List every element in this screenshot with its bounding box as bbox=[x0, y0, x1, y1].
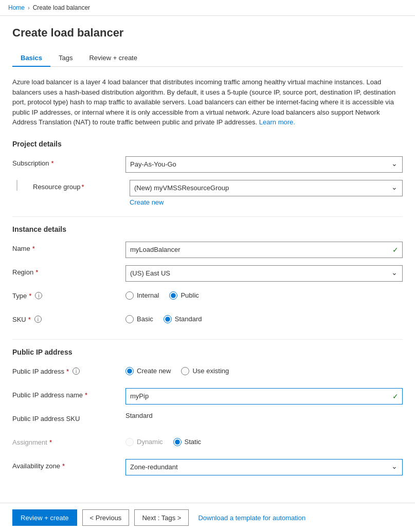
type-label: Type * i bbox=[12, 289, 125, 300]
type-control: Internal Public bbox=[125, 289, 403, 300]
subscription-dropdown[interactable]: Pay-As-You-Go bbox=[125, 156, 403, 173]
project-details-section: Project details Subscription Pay-As-You-… bbox=[12, 140, 403, 206]
sku-standard-radio[interactable] bbox=[164, 315, 172, 323]
public-ip-name-row: Public IP address name * ✓ bbox=[12, 388, 403, 405]
name-input[interactable] bbox=[125, 242, 403, 258]
region-row: Region * (US) East US bbox=[12, 265, 403, 282]
sku-info-icon[interactable]: i bbox=[34, 316, 42, 323]
type-public-label: Public bbox=[181, 291, 199, 299]
tabs-bar: Basics Tags Review + create bbox=[12, 50, 403, 67]
name-control: ✓ bbox=[125, 242, 403, 258]
public-ip-sku-value: Standard bbox=[125, 409, 153, 419]
public-ip-create-new-option[interactable]: Create new bbox=[125, 367, 171, 375]
resource-group-control: (New) myVMSSResourceGroup Create new bbox=[130, 180, 403, 206]
tab-review-create[interactable]: Review + create bbox=[81, 50, 146, 67]
tab-tags[interactable]: Tags bbox=[50, 50, 81, 67]
public-ip-name-control: ✓ bbox=[125, 388, 403, 405]
public-ip-sku-control: Standard bbox=[125, 412, 403, 419]
subscription-control: Pay-As-You-Go bbox=[125, 156, 403, 173]
availability-zone-control: Zone-redundant bbox=[125, 459, 403, 475]
instance-details-title: Instance details bbox=[12, 225, 403, 233]
name-label: Name * bbox=[12, 242, 125, 252]
public-ip-create-new-label: Create new bbox=[137, 367, 171, 375]
region-dropdown[interactable]: (US) East US bbox=[125, 265, 403, 282]
name-check-icon: ✓ bbox=[392, 246, 399, 254]
public-ip-info-icon[interactable]: i bbox=[73, 368, 80, 375]
project-details-title: Project details bbox=[12, 140, 403, 148]
availability-zone-label: Availability zone * bbox=[12, 459, 125, 470]
region-dropdown-wrapper: (US) East US bbox=[125, 265, 403, 282]
instance-details-section: Instance details Name * ✓ Region * bbox=[12, 225, 403, 329]
public-ip-address-row: Public IP address * i Create new Use exi… bbox=[12, 364, 403, 381]
sku-standard-option[interactable]: Standard bbox=[164, 315, 202, 323]
type-internal-option[interactable]: Internal bbox=[125, 291, 159, 300]
resource-group-dropdown[interactable]: (New) myVMSSResourceGroup bbox=[130, 180, 403, 196]
sku-control: Basic Standard bbox=[125, 313, 403, 323]
breadcrumb-current: Create load balancer bbox=[33, 4, 90, 11]
breadcrumb: Home › Create load balancer bbox=[0, 0, 415, 16]
sku-row: SKU * i Basic Standard bbox=[12, 313, 403, 329]
resource-group-dropdown-wrapper: (New) myVMSSResourceGroup bbox=[130, 180, 403, 196]
public-ip-name-input[interactable] bbox=[125, 388, 403, 405]
public-ip-use-existing-label: Use existing bbox=[192, 367, 229, 375]
divider-2 bbox=[12, 339, 403, 340]
region-control: (US) East US bbox=[125, 265, 403, 282]
public-ip-section-title: Public IP address bbox=[12, 348, 403, 356]
public-ip-create-new-radio[interactable] bbox=[125, 367, 134, 375]
next-button[interactable]: Next : Tags > bbox=[134, 509, 189, 526]
type-internal-label: Internal bbox=[137, 291, 159, 299]
availability-zone-dropdown-wrapper: Zone-redundant bbox=[125, 459, 403, 475]
type-info-icon[interactable]: i bbox=[35, 292, 42, 299]
assignment-static-radio[interactable] bbox=[173, 438, 182, 446]
resource-group-row: Resource group * (New) myVMSSResourceGro… bbox=[12, 180, 403, 206]
assignment-radio-group: Dynamic Static bbox=[125, 435, 403, 446]
breadcrumb-home[interactable]: Home bbox=[8, 4, 25, 11]
type-public-radio[interactable] bbox=[169, 291, 177, 300]
previous-button[interactable]: < Previous bbox=[82, 509, 130, 526]
public-ip-use-existing-radio[interactable] bbox=[181, 367, 189, 375]
footer: Review + create < Previous Next : Tags >… bbox=[0, 503, 415, 532]
assignment-static-option[interactable]: Static bbox=[173, 438, 202, 446]
assignment-row: Assignment * Dynamic Static bbox=[12, 435, 403, 452]
assignment-label: Assignment * bbox=[12, 435, 125, 446]
subscription-label: Subscription bbox=[12, 156, 125, 167]
subscription-row: Subscription Pay-As-You-Go bbox=[12, 156, 403, 173]
name-row: Name * ✓ bbox=[12, 242, 403, 258]
assignment-static-label: Static bbox=[185, 438, 202, 446]
download-template-link[interactable]: Download a template for automation bbox=[198, 514, 305, 522]
tab-basics[interactable]: Basics bbox=[12, 50, 50, 67]
public-ip-address-control: Create new Use existing bbox=[125, 364, 403, 375]
public-ip-sku-row: Public IP address SKU Standard bbox=[12, 412, 403, 428]
assignment-dynamic-radio bbox=[125, 438, 134, 446]
learn-more-link[interactable]: Learn more. bbox=[259, 118, 295, 126]
region-label: Region * bbox=[12, 265, 125, 276]
sku-radio-group: Basic Standard bbox=[125, 313, 403, 323]
page-title: Create load balancer bbox=[12, 26, 403, 40]
subscription-dropdown-wrapper: Pay-As-You-Go bbox=[125, 156, 403, 173]
public-ip-section: Public IP address Public IP address * i … bbox=[12, 348, 403, 475]
public-ip-name-check-icon: ✓ bbox=[392, 392, 399, 400]
divider-1 bbox=[12, 216, 403, 217]
page-wrapper: Home › Create load balancer Create load … bbox=[0, 0, 415, 532]
assignment-control: Dynamic Static bbox=[125, 435, 403, 446]
sku-standard-label: Standard bbox=[175, 315, 202, 323]
resource-group-label: Resource group * bbox=[16, 180, 130, 191]
sku-basic-radio[interactable] bbox=[125, 315, 134, 323]
public-ip-radio-group: Create new Use existing bbox=[125, 364, 403, 375]
assignment-dynamic-option: Dynamic bbox=[125, 438, 163, 446]
resource-group-create-new[interactable]: Create new bbox=[130, 198, 403, 206]
public-ip-use-existing-option[interactable]: Use existing bbox=[181, 367, 229, 375]
assignment-dynamic-label: Dynamic bbox=[137, 438, 163, 446]
sku-basic-option[interactable]: Basic bbox=[125, 315, 153, 323]
breadcrumb-separator: › bbox=[28, 5, 30, 11]
public-ip-address-label: Public IP address * i bbox=[12, 364, 125, 375]
availability-zone-dropdown[interactable]: Zone-redundant bbox=[125, 459, 403, 475]
description-text: Azure load balancer is a layer 4 load ba… bbox=[12, 77, 403, 127]
public-ip-name-label: Public IP address name * bbox=[12, 388, 125, 399]
type-internal-radio[interactable] bbox=[125, 291, 134, 300]
type-public-option[interactable]: Public bbox=[169, 291, 199, 300]
availability-zone-row: Availability zone * Zone-redundant bbox=[12, 459, 403, 475]
public-ip-sku-label: Public IP address SKU bbox=[12, 412, 125, 423]
review-create-button[interactable]: Review + create bbox=[12, 509, 77, 526]
type-row: Type * i Internal Public bbox=[12, 289, 403, 305]
